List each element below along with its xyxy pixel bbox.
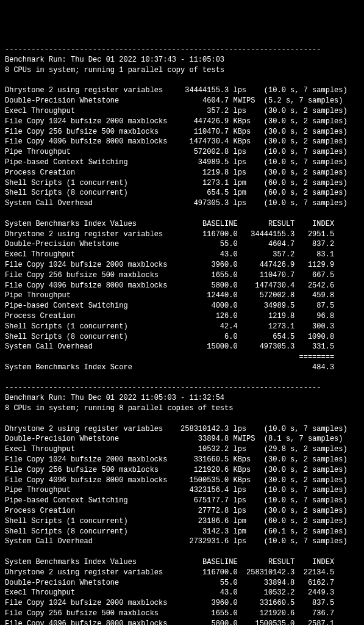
terminal-output: ----------------------------------------… xyxy=(5,45,359,625)
